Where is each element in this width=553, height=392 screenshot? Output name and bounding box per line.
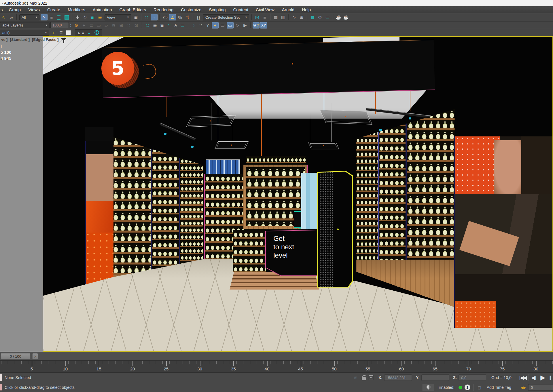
rendered-frame-window-button[interactable]: ▭ [324,14,331,20]
selection-filter-dropdown[interactable]: All ▼ [19,14,39,20]
menu-item-customize[interactable]: Customize [177,6,205,13]
menu-item-s[interactable]: s [0,6,5,13]
track-bar[interactable]: 5101520253035404550556065707580 [0,360,553,372]
menu-item-group[interactable]: Group [5,6,25,13]
freeze-layer-button[interactable]: ∷ [125,22,132,28]
spinner-arrows[interactable]: ▲▼ [69,22,73,28]
add-time-tag[interactable]: Add Time Tag [487,385,511,390]
select-and-manipulate-button[interactable]: ↑ [151,14,158,20]
window-crossing-toggle[interactable] [63,14,70,20]
selection-lock-region-icon[interactable]: ⊞ [353,374,359,381]
soft-selection-icon[interactable]: ◌ [190,22,197,28]
spinner-snap-toggle-button[interactable]: ⇅ [184,14,191,20]
color-swatch[interactable] [66,30,71,35]
maxscript-listener-edge[interactable] [0,374,2,381]
render-setup-button[interactable]: ⚙ [317,14,323,20]
align-button[interactable]: ≡ [261,14,268,20]
toggle-scene-explorer-button[interactable]: ▤ [272,14,279,20]
menu-item-animation[interactable]: Animation [89,6,116,13]
slider-snap-button[interactable]: ▭ [227,22,234,28]
snaps-freeze-button[interactable]: ❄? [253,22,260,28]
next-frame-playback-button[interactable]: || [547,375,553,380]
ik-chain-icon[interactable]: Y [204,22,211,28]
menu-item-scripting[interactable]: Scripting [205,6,229,13]
play-button[interactable]: ▶ [538,374,547,381]
slider-manipulator-icon[interactable]: ▭ [219,22,226,28]
scatter-dots-icon[interactable]: ∷ [166,22,172,28]
menu-item-modifiers[interactable]: Modifiers [64,6,89,13]
title-bar[interactable]: - Autodesk 3ds Max 2022 [0,0,553,6]
go-to-start-button[interactable]: |◀◀ [517,375,529,381]
select-and-manipulate-node-icon[interactable]: ∷ [143,14,150,20]
measure-tape-icon[interactable]: ▭ [179,22,186,28]
toggle-layer-explorer-button[interactable]: ▥ [280,14,287,20]
reference-coordinate-system-dropdown[interactable]: View ▼ [105,14,131,20]
frame-step-arrows[interactable]: ◀▶ [520,384,526,391]
isolate-selection-icon[interactable]: ◎ [144,22,151,28]
time-slider-handle[interactable]: 0 / 100 [1,353,31,359]
autogrid-icon[interactable]: A [173,22,179,28]
use-pivot-point-button[interactable]: ▣ [132,14,139,20]
selection-lock-icon[interactable] [362,377,366,380]
viewport-3d-scene[interactable]: 5 [43,36,553,352]
viewport-pov-label[interactable]: ve ] [1,37,7,42]
render-production-button[interactable]: ☕ [335,14,342,20]
menu-item-graph-editors[interactable]: Graph Editors [116,6,150,13]
angle-snap-toggle-button[interactable]: ∠ [169,14,176,20]
menu-item-arnold[interactable]: Arnold [278,6,298,13]
curve-editor-button[interactable]: ∿ [291,14,298,20]
select-and-link-icon[interactable]: ∿ [0,14,7,20]
active-layer-dropdown[interactable]: able Layers) ▼ [0,22,50,28]
snaps-toggle-25d-button[interactable]: 2.5 [162,14,168,20]
viewport-shading-label[interactable]: [Edged Faces ] [32,37,58,42]
menu-item-help[interactable]: Help [298,6,315,13]
xview-button[interactable]: X? [260,22,267,28]
arrow-outline-icon[interactable]: ▷ [234,22,241,28]
select-and-move-button[interactable]: ✚ [74,14,81,20]
z-coordinate-field[interactable]: 0,0 [459,374,486,381]
document-icon[interactable]: ≡ [86,29,93,36]
create-new-layer-button[interactable]: + [80,22,87,28]
security-shield-button[interactable] [423,384,434,391]
display-sphere-icon[interactable]: ◉ [151,22,158,28]
time-slider-track[interactable]: 0 / 100 > [0,352,553,360]
menu-item-content[interactable]: Content [230,6,252,13]
maxscript-listener-edge[interactable] [0,384,2,391]
previous-frame-button[interactable]: ◀|| [529,375,538,381]
viewport-label-bar[interactable]: ve ] [Standard ] [Edged Faces ] [1,37,93,42]
vegetation-icon[interactable]: ▲▲ [77,29,85,36]
mirror-button[interactable]: ⋈ [254,14,261,20]
select-object-button[interactable]: ↖ [41,14,48,20]
select-layer-objects-button[interactable]: ≋ [110,22,117,28]
current-frame-field[interactable]: 0 [528,384,553,391]
named-selection-sets-dropdown[interactable]: Create Selection Set ▼ [203,14,249,20]
layers-stack-icon[interactable]: ≣ [58,29,65,36]
select-by-name-button[interactable]: ≡ [48,14,55,20]
unlink-selection-icon[interactable]: ∞ [8,14,15,20]
menu-item-create[interactable]: Create [43,6,64,13]
hide-layer-button[interactable]: ⊠ [133,22,140,28]
manage-layers-button[interactable]: ⚙ [73,22,80,28]
select-and-place-button[interactable]: ◉ [96,14,103,20]
y-coordinate-field[interactable] [421,374,449,381]
next-frame-button[interactable]: > [32,353,38,359]
menu-item-rendering[interactable]: Rendering [150,6,177,13]
add-layer-plus-icon[interactable]: + [50,29,57,36]
material-editor-button[interactable]: ▦ [309,14,316,20]
copy-layer-button[interactable]: ▱ [103,22,110,28]
menu-item-civil-view[interactable]: Civil View [252,6,278,13]
rectangular-selection-region-button[interactable] [56,14,63,20]
opacity-spinner-field[interactable]: 100,0 [50,22,69,28]
grid-snap-icon[interactable]: ∷ [198,22,204,28]
key-count-badge[interactable]: 1 [465,385,470,390]
render-iterative-button[interactable]: ☕ [342,14,349,20]
select-and-rotate-button[interactable]: ↻ [82,14,88,20]
viewport-renderer-label[interactable]: [Standard ] [10,37,30,42]
default-set-dropdown[interactable]: ault) ▼ [0,30,49,36]
help-icon[interactable]: ? [93,29,100,36]
delete-layer-button[interactable]: ▭ [95,22,102,28]
x-coordinate-field[interactable]: -58348,281 [384,374,412,381]
set-current-layer-button[interactable]: ⊞ [118,22,125,28]
schematic-view-button[interactable]: ⊞ [298,14,305,20]
mirror-tool-icon[interactable]: ▣ [159,22,166,28]
